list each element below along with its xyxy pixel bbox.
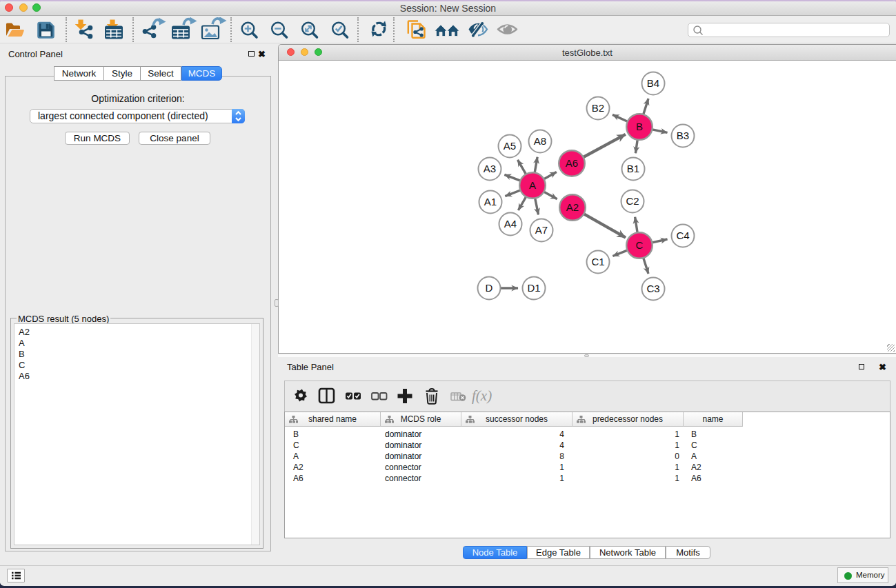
svg-text:C4: C4 (676, 230, 689, 241)
svg-text:C: C (636, 239, 644, 251)
svg-text:B4: B4 (647, 77, 659, 89)
svg-text:D1: D1 (527, 282, 540, 294)
svg-text:D: D (486, 282, 493, 294)
svg-text:C3: C3 (646, 283, 659, 294)
svg-text:B2: B2 (592, 102, 604, 114)
svg-text:A3: A3 (484, 163, 496, 174)
svg-text:A4: A4 (504, 218, 517, 230)
svg-text:A5: A5 (504, 140, 516, 152)
svg-text:A: A (529, 179, 536, 191)
svg-text:C2: C2 (626, 195, 639, 207)
svg-text:A7: A7 (535, 224, 548, 236)
svg-text:A8: A8 (534, 135, 546, 147)
svg-text:f(x): f(x) (472, 387, 492, 404)
svg-text:A1: A1 (484, 196, 497, 207)
svg-text:C1: C1 (591, 256, 604, 267)
svg-text:A6: A6 (566, 157, 578, 169)
svg-text:A2: A2 (566, 201, 579, 213)
svg-text:B1: B1 (627, 163, 639, 174)
svg-text:B: B (636, 121, 643, 132)
svg-text:B3: B3 (677, 130, 689, 141)
